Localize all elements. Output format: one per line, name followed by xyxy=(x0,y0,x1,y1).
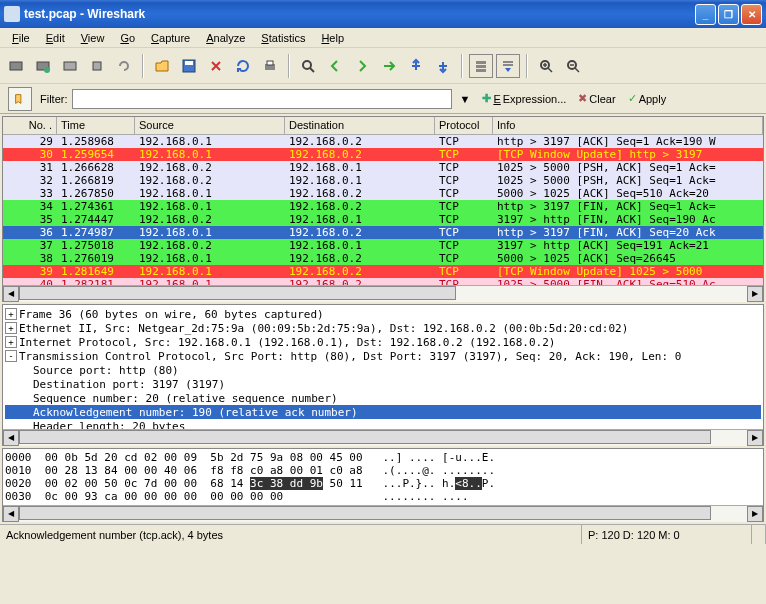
menu-analyze[interactable]: Analyze xyxy=(198,30,253,46)
packet-bytes-pane: 0000 00 0b 5d 20 cd 02 00 09 5b 2d 75 9a… xyxy=(2,448,764,522)
golast-button[interactable] xyxy=(431,54,455,78)
restart-button[interactable] xyxy=(112,54,136,78)
menu-view[interactable]: View xyxy=(73,30,113,46)
goto-button[interactable] xyxy=(377,54,401,78)
col-destination[interactable]: Destination xyxy=(285,117,435,134)
interfaces-button[interactable] xyxy=(4,54,28,78)
minimize-button[interactable]: _ xyxy=(695,4,716,25)
filter-bookmark-button[interactable] xyxy=(8,87,32,111)
clear-button[interactable]: ✖ Clear xyxy=(574,90,619,107)
packet-row[interactable]: 321.266819192.168.0.2192.168.0.1TCP1025 … xyxy=(3,174,763,187)
packet-columns: No. . Time Source Destination Protocol I… xyxy=(3,117,763,135)
detail-row[interactable]: +Internet Protocol, Src: 192.168.0.1 (19… xyxy=(5,335,761,349)
reload-button[interactable] xyxy=(231,54,255,78)
scroll-right-icon[interactable]: ▶ xyxy=(747,506,763,522)
packet-details-body[interactable]: +Frame 36 (60 bytes on wire, 60 bytes ca… xyxy=(3,305,763,429)
menu-go[interactable]: Go xyxy=(112,30,143,46)
titlebar: test.pcap - Wireshark _ ❐ ✕ xyxy=(0,0,766,28)
svg-point-2 xyxy=(44,67,50,73)
expander-icon[interactable]: + xyxy=(5,322,17,334)
menu-help[interactable]: Help xyxy=(313,30,352,46)
menu-file[interactable]: File xyxy=(4,30,38,46)
packet-list-body[interactable]: 291.258968192.168.0.1192.168.0.2TCPhttp … xyxy=(3,135,763,285)
detail-row[interactable]: Destination port: 3197 (3197) xyxy=(5,377,761,391)
col-no[interactable]: No. . xyxy=(3,117,57,134)
scroll-right-icon[interactable]: ▶ xyxy=(747,286,763,302)
packet-row[interactable]: 291.258968192.168.0.1192.168.0.2TCPhttp … xyxy=(3,135,763,148)
packet-row[interactable]: 351.274447192.168.0.2192.168.0.1TCP3197 … xyxy=(3,213,763,226)
detail-row[interactable]: Source port: http (80) xyxy=(5,363,761,377)
scroll-left-icon[interactable]: ◀ xyxy=(3,506,19,522)
colorize-button[interactable] xyxy=(469,54,493,78)
bytes-row[interactable]: 0020 00 02 00 50 0c 7d 00 00 68 14 3c 38… xyxy=(5,477,761,490)
svg-rect-12 xyxy=(476,69,486,72)
close-button[interactable]: ✕ xyxy=(741,4,762,25)
status-left: Acknowledgement number (tcp.ack), 4 byte… xyxy=(0,525,582,544)
packet-row[interactable]: 401.282181192.168.0.1192.168.0.2TCP1025 … xyxy=(3,278,763,285)
open-button[interactable] xyxy=(150,54,174,78)
stop-button[interactable] xyxy=(85,54,109,78)
bytes-row[interactable]: 0000 00 0b 5d 20 cd 02 00 09 5b 2d 75 9a… xyxy=(5,451,761,464)
svg-point-9 xyxy=(303,61,311,69)
find-button[interactable] xyxy=(296,54,320,78)
packet-bytes-body[interactable]: 0000 00 0b 5d 20 cd 02 00 09 5b 2d 75 9a… xyxy=(3,449,763,505)
forward-button[interactable] xyxy=(350,54,374,78)
scroll-thumb[interactable] xyxy=(19,506,711,520)
bytes-row[interactable]: 0030 0c 00 93 ca 00 00 00 00 00 00 00 00… xyxy=(5,490,761,503)
scroll-left-icon[interactable]: ◀ xyxy=(3,286,19,302)
options-button[interactable] xyxy=(31,54,55,78)
detail-row[interactable]: Acknowledgement number: 190 (relative ac… xyxy=(5,405,761,419)
detail-row[interactable]: +Frame 36 (60 bytes on wire, 60 bytes ca… xyxy=(5,307,761,321)
detail-row[interactable]: Header length: 20 bytes xyxy=(5,419,761,429)
col-info[interactable]: Info xyxy=(493,117,763,134)
filter-dropdown-button[interactable]: ▼ xyxy=(456,91,475,107)
svg-rect-6 xyxy=(185,61,193,65)
menu-statistics[interactable]: Statistics xyxy=(253,30,313,46)
menubar: File Edit View Go Capture Analyze Statis… xyxy=(0,28,766,48)
filter-input[interactable] xyxy=(72,89,452,109)
apply-button[interactable]: ✓ Apply xyxy=(624,90,671,107)
detail-row[interactable]: Sequence number: 20 (relative sequence n… xyxy=(5,391,761,405)
statusbar: Acknowledgement number (tcp.ack), 4 byte… xyxy=(0,524,766,544)
window-title: test.pcap - Wireshark xyxy=(24,7,695,21)
svg-rect-0 xyxy=(10,62,22,70)
col-time[interactable]: Time xyxy=(57,117,135,134)
packet-row[interactable]: 341.274361192.168.0.1192.168.0.2TCPhttp … xyxy=(3,200,763,213)
bytes-hscroll[interactable]: ◀ ▶ xyxy=(3,505,763,521)
zoom-out-button[interactable] xyxy=(561,54,585,78)
detail-row[interactable]: +Ethernet II, Src: Netgear_2d:75:9a (00:… xyxy=(5,321,761,335)
menu-edit[interactable]: Edit xyxy=(38,30,73,46)
back-button[interactable] xyxy=(323,54,347,78)
expander-icon[interactable]: + xyxy=(5,336,17,348)
bytes-row[interactable]: 0010 00 28 13 84 00 00 40 06 f8 f8 c0 a8… xyxy=(5,464,761,477)
expression-button[interactable]: ✚ EExpression... xyxy=(478,90,570,107)
close-file-button[interactable] xyxy=(204,54,228,78)
scroll-thumb[interactable] xyxy=(19,430,711,444)
svg-rect-8 xyxy=(267,61,273,65)
gofirst-button[interactable] xyxy=(404,54,428,78)
scroll-left-icon[interactable]: ◀ xyxy=(3,430,19,446)
packet-row[interactable]: 371.275018192.168.0.2192.168.0.1TCP3197 … xyxy=(3,239,763,252)
scroll-thumb[interactable] xyxy=(19,286,456,300)
packet-row[interactable]: 311.266628192.168.0.2192.168.0.1TCP1025 … xyxy=(3,161,763,174)
scroll-right-icon[interactable]: ▶ xyxy=(747,430,763,446)
packet-row[interactable]: 391.281649192.168.0.1192.168.0.2TCP[TCP … xyxy=(3,265,763,278)
packet-hscroll[interactable]: ◀ ▶ xyxy=(3,285,763,301)
zoom-in-button[interactable] xyxy=(534,54,558,78)
col-protocol[interactable]: Protocol xyxy=(435,117,493,134)
packet-row[interactable]: 381.276019192.168.0.1192.168.0.2TCP5000 … xyxy=(3,252,763,265)
maximize-button[interactable]: ❐ xyxy=(718,4,739,25)
packet-row[interactable]: 361.274987192.168.0.1192.168.0.2TCPhttp … xyxy=(3,226,763,239)
expander-icon[interactable]: - xyxy=(5,350,17,362)
detail-row[interactable]: -Transmission Control Protocol, Src Port… xyxy=(5,349,761,363)
save-button[interactable] xyxy=(177,54,201,78)
start-button[interactable] xyxy=(58,54,82,78)
packet-row[interactable]: 331.267850192.168.0.1192.168.0.2TCP5000 … xyxy=(3,187,763,200)
menu-capture[interactable]: Capture xyxy=(143,30,198,46)
expander-icon[interactable]: + xyxy=(5,308,17,320)
details-hscroll[interactable]: ◀ ▶ xyxy=(3,429,763,445)
col-source[interactable]: Source xyxy=(135,117,285,134)
autoscroll-button[interactable] xyxy=(496,54,520,78)
print-button[interactable] xyxy=(258,54,282,78)
packet-row[interactable]: 301.259654192.168.0.1192.168.0.2TCP[TCP … xyxy=(3,148,763,161)
